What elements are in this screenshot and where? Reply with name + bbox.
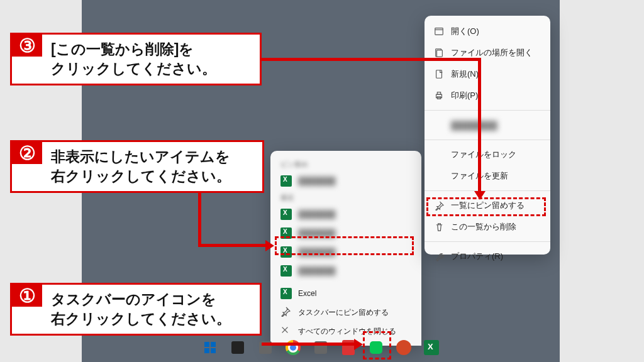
jumplist-item-label: ███████ [298,177,336,185]
callout-text: タスクバーのアイコンを 右クリックしてください。 [42,285,240,334]
arrow-segment [198,244,267,247]
ctx-open-location-label: ファイルの場所を開く [451,47,533,58]
wrench-icon [433,251,445,262]
ctx-new-label: 新規(N) [451,69,479,80]
callout-3: ③ [この一覧から削除]を クリックしてください。 [10,33,262,85]
ctx-open-label: 開く(O) [451,26,479,37]
jumplist-app-item[interactable]: Excel [270,284,421,303]
jumplist-recent-item[interactable]: ███████ [270,205,421,224]
print-icon [433,90,445,101]
ctx-properties[interactable]: プロパティ(R) [425,246,550,267]
taskbar-app-button[interactable] [227,337,248,358]
arrow-segment [198,191,201,245]
excel-file-icon [280,175,292,187]
context-menu: 開く(O) ファイルの場所を開く 新規(N) 印刷(P) ████████ ファ… [425,16,550,255]
jumplist-app-label: Excel [298,289,316,298]
ctx-remove[interactable]: この一覧から削除 [425,216,550,238]
folder-icon [433,47,445,58]
callout-1: ① タスクバーのアイコンを 右クリックしてください。 [10,283,262,336]
window-icon [433,26,445,37]
ctx-separator [425,190,550,191]
ctx-lock-label: ファイルをロック [451,149,516,160]
arrow-segment [262,58,481,61]
ctx-new[interactable]: 新規(N) [425,63,550,85]
excel-icon [280,288,292,299]
taskbar [82,337,560,358]
ctx-remove-label: この一覧から削除 [451,221,516,233]
svg-rect-3 [436,50,442,57]
jumplist-recent-item[interactable]: ███████ [270,172,421,190]
svg-rect-6 [437,92,440,95]
new-file-icon [433,69,445,80]
callout-text: [この一覧から削除]を クリックしてください。 [42,35,225,84]
jumplist-section-title: 最近 [270,190,421,205]
ctx-blurred-item[interactable]: ████████ [425,114,550,136]
highlight-ctx-remove [426,197,546,216]
jumplist-section-title: ピン留め [270,157,421,172]
taskbar-start-button[interactable] [199,337,221,358]
callout-number: ③ [12,35,42,57]
jumplist-recent-item[interactable]: ███████ [270,261,421,280]
jumplist-item-label: ███████ [298,266,336,275]
ctx-refresh[interactable]: ファイルを更新 [425,165,550,187]
ctx-separator [425,140,550,140]
excel-file-icon [280,265,292,277]
ctx-separator [425,241,550,242]
taskbar-powerpoint-button[interactable] [393,337,414,358]
ctx-print-label: 印刷(P) [451,90,478,101]
arrow-segment [262,343,356,346]
jumplist-item-label: ███████ [298,210,336,219]
ctx-lock[interactable]: ファイルをロック [425,144,550,165]
close-icon [280,326,292,337]
callout-number: ① [12,285,42,307]
ctx-open[interactable]: 開く(O) [425,21,550,42]
svg-rect-0 [435,28,443,35]
highlight-jumplist-item [275,236,414,255]
arrow-head-down [474,191,486,200]
pin-icon [280,307,292,318]
callout-2: ② 非表示にしたいアイテムを 右クリックしてください。 [10,140,264,193]
callout-number: ② [12,142,42,164]
arrow-head-right [354,339,363,350]
ctx-properties-label: プロパティ(R) [451,251,503,262]
jumplist-pin-label: タスクバーにピン留めする [298,307,389,318]
jumplist-pin-item[interactable]: タスクバーにピン留めする [270,303,421,322]
ctx-separator [425,110,550,111]
taskbar-excel-button[interactable] [421,337,442,358]
callout-text: 非表示にしたいアイテムを 右クリックしてください。 [42,142,240,191]
highlight-taskbar-excel [363,331,391,359]
trash-icon [433,221,445,233]
arrow-head-right [265,240,274,251]
taskbar-app-button[interactable] [310,337,331,358]
svg-rect-4 [436,70,442,78]
excel-file-icon [280,209,292,220]
taskbar-app-button[interactable] [255,337,276,358]
taskbar-chrome-button[interactable] [282,337,304,358]
ctx-print[interactable]: 印刷(P) [425,85,550,106]
arrow-segment [478,58,481,193]
